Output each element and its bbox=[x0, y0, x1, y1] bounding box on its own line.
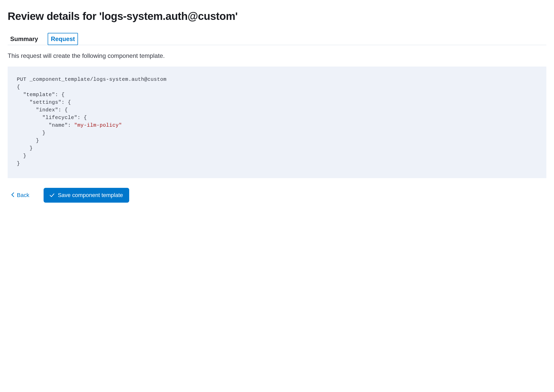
save-button-label: Save component template bbox=[58, 192, 123, 199]
code-line: "index": { bbox=[17, 107, 68, 113]
request-description: This request will create the following c… bbox=[8, 52, 546, 59]
footer-actions: Back Save component template bbox=[8, 188, 546, 203]
code-line: "lifecycle": { bbox=[17, 115, 87, 121]
code-line: } bbox=[17, 153, 27, 159]
code-line: "name": bbox=[17, 122, 74, 128]
back-button-label: Back bbox=[17, 192, 29, 199]
code-line: } bbox=[17, 138, 39, 143]
back-button[interactable]: Back bbox=[11, 192, 29, 199]
code-line: "settings": { bbox=[17, 99, 71, 105]
code-line: PUT _component_template/logs-system.auth… bbox=[17, 76, 167, 82]
save-component-template-button[interactable]: Save component template bbox=[44, 188, 129, 203]
request-body-code: PUT _component_template/logs-system.auth… bbox=[8, 67, 546, 178]
code-string-value: "my-ilm-policy" bbox=[74, 122, 122, 128]
code-line: } bbox=[17, 161, 20, 166]
code-line: { bbox=[17, 84, 20, 90]
tabs-bar: Summary Request bbox=[8, 33, 546, 45]
tab-request[interactable]: Request bbox=[48, 33, 78, 45]
page-title: Review details for 'logs-system.auth@cus… bbox=[8, 10, 546, 22]
code-line: } bbox=[17, 130, 46, 136]
code-line: } bbox=[17, 145, 33, 151]
code-line: "template": { bbox=[17, 92, 65, 98]
check-icon bbox=[50, 192, 54, 199]
tab-summary[interactable]: Summary bbox=[8, 33, 41, 45]
chevron-left-icon bbox=[11, 192, 14, 199]
